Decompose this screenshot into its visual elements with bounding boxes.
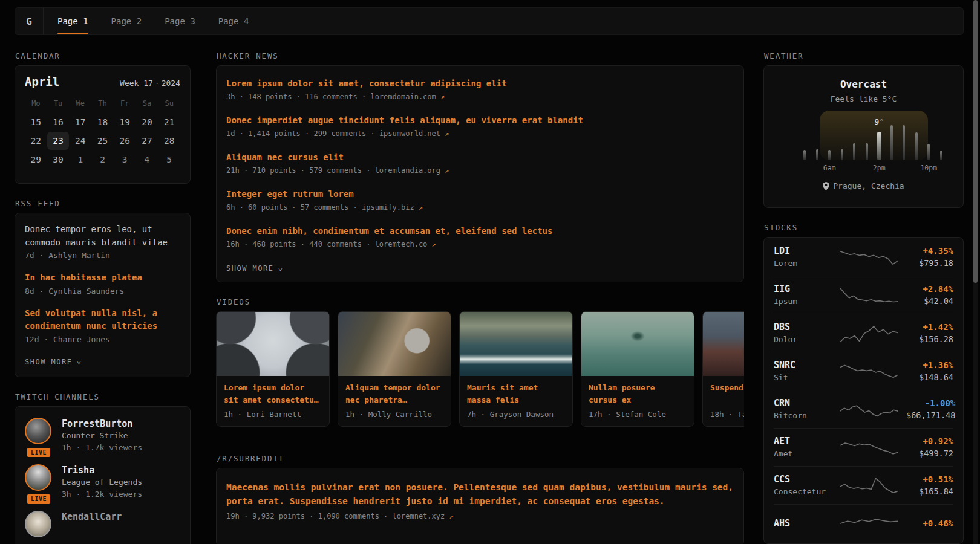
calendar-day[interactable]: 29	[25, 151, 47, 169]
scrollbar-thumb[interactable]	[973, 0, 978, 283]
calendar-day[interactable]: 26	[114, 132, 136, 150]
calendar-day[interactable]: 20	[136, 113, 158, 131]
stock-row-crn[interactable]: CRNBitcorn-1.00%$66,171.48	[774, 390, 953, 428]
calendar-day[interactable]: 16	[47, 113, 70, 131]
hackernews-item-title-link[interactable]: Donec enim nibh, condimentum et accumsan…	[226, 225, 734, 237]
hackernews-item-domain-link[interactable]: ipsumify.biz	[362, 203, 419, 212]
tab-label: Page 1	[57, 16, 88, 26]
video-card[interactable]: Suspendisse diam18h · Tara	[702, 311, 744, 427]
stock-ticker-block: CCSConsectetur	[774, 473, 840, 497]
calendar-day[interactable]: 5	[158, 151, 180, 169]
rss-show-more-button[interactable]: SHOW MORE ⌄	[25, 357, 82, 366]
calendar-day[interactable]: 3	[114, 151, 136, 169]
calendar-day[interactable]: 30	[47, 151, 70, 169]
video-card[interactable]: Lorem ipsum dolor sit amet consectetu…1h…	[216, 311, 330, 427]
video-title-link[interactable]: Aliquam tempor dolor nec pharetra…	[345, 382, 443, 406]
stock-sparkline	[840, 360, 898, 382]
calendar-day[interactable]: 18	[91, 113, 114, 131]
video-card[interactable]: Aliquam tempor dolor nec pharetra…1h · M…	[338, 311, 451, 427]
twitch-channel-name[interactable]: Trisha	[62, 464, 142, 476]
calendar-header: April Week 17·2024	[25, 75, 180, 88]
tab-page-1[interactable]: Page 1	[46, 8, 100, 34]
hackernews-item: Integer eget rutrum lorem6h · 60 points …	[226, 188, 734, 213]
video-title-link[interactable]: Suspendisse diam	[710, 382, 744, 406]
tab-page-2[interactable]: Page 2	[100, 8, 154, 34]
weather-bar-slot	[861, 111, 874, 160]
stock-row-aet[interactable]: AETAmet+0.92%$499.72	[774, 428, 953, 466]
hackernews-item-title-link[interactable]: Aliquam nec cursus elit	[226, 151, 734, 163]
subreddit-post-title-link[interactable]: Maecenas mollis pulvinar erat non posuer…	[226, 481, 734, 508]
stock-name: Dolor	[774, 334, 840, 345]
hackernews-item-domain-link[interactable]: loremlandia.org	[375, 166, 445, 175]
calendar-section-title: CALENDAR	[15, 52, 191, 60]
twitch-channel-row[interactable]: LIVETrishaLeague of Legends3h · 1.2k vie…	[25, 464, 180, 500]
rss-item-title-link[interactable]: In hac habitasse platea	[25, 271, 180, 285]
rss-item-title-link[interactable]: Sed volutpat nulla nisl, a condimentum n…	[25, 307, 180, 333]
calendar-day[interactable]: 24	[69, 132, 91, 150]
stock-sparkline	[840, 436, 898, 458]
stock-ticker-block: IIGIpsum	[774, 283, 840, 307]
hackernews-item-domain-link[interactable]: ipsumworld.net	[379, 129, 445, 138]
calendar-weekday-label: Tu	[47, 97, 70, 112]
calendar-day[interactable]: 1	[69, 151, 91, 169]
stock-ticker-block: AHS	[774, 517, 840, 529]
video-card-body: Mauris sit amet massa felis7h · Grayson …	[460, 376, 572, 426]
calendar-day[interactable]: 22	[25, 132, 47, 150]
location-pin-icon	[823, 182, 829, 190]
stock-row-dbs[interactable]: DBSDolor+1.42%$156.28	[774, 314, 953, 352]
twitch-channel-name[interactable]: KendallCarr	[62, 511, 122, 523]
video-card[interactable]: Mauris sit amet massa felis7h · Grayson …	[459, 311, 573, 427]
stocks-section-title: STOCKS	[764, 224, 964, 232]
stock-change-percent: +1.36%	[906, 359, 953, 371]
twitch-channel-row[interactable]: LIVEForrestBurtonCounter-Strike1h · 1.7k…	[25, 418, 180, 454]
hackernews-show-more-button[interactable]: SHOW MORE ⌄	[226, 264, 284, 273]
hackernews-item-title-link[interactable]: Lorem ipsum dolor sit amet, consectetur …	[226, 77, 734, 89]
twitch-channel-row[interactable]: KendallCarr	[25, 511, 180, 537]
weather-bar	[841, 149, 843, 160]
stock-values-block: +0.46%	[906, 517, 953, 529]
stock-row-ccs[interactable]: CCSConsectetur+0.51%$165.84	[774, 466, 953, 504]
video-title-link[interactable]: Lorem ipsum dolor sit amet consectetu…	[224, 382, 322, 406]
calendar-weekday-label: Mo	[25, 97, 47, 112]
calendar-year: 2024	[162, 79, 180, 88]
twitch-channel-game: League of Legends	[62, 476, 142, 488]
stock-row-ldi[interactable]: LDILorem+4.35%$795.18	[774, 238, 953, 276]
calendar-day[interactable]: 25	[91, 132, 114, 150]
hackernews-item: Donec enim nibh, condimentum et accumsan…	[226, 225, 734, 250]
calendar-day[interactable]: 2	[91, 151, 114, 169]
hackernews-item-domain-link[interactable]: loremtech.co	[375, 240, 432, 248]
hackernews-item-domain-link[interactable]: loremdomain.com	[370, 92, 440, 101]
stock-name: Bitcorn	[774, 410, 840, 421]
twitch-channel-name[interactable]: ForrestBurton	[62, 418, 142, 430]
rss-item-title-link[interactable]: Donec tempor eros leo, ut commodo mauris…	[25, 223, 180, 249]
hackernews-item-title-link[interactable]: Integer eget rutrum lorem	[226, 188, 734, 200]
calendar-day[interactable]: 28	[158, 132, 180, 150]
hackernews-item-meta-text: 3h · 148 points · 116 comments ·	[226, 92, 370, 101]
live-badge: LIVE	[26, 447, 51, 458]
stock-row-iig[interactable]: IIGIpsum+2.84%$42.04	[774, 276, 953, 314]
weather-bar	[915, 132, 918, 160]
tab-page-4[interactable]: Page 4	[207, 8, 261, 34]
video-title-link[interactable]: Nullam posuere cursus ex	[589, 382, 687, 406]
stock-ticker: AHS	[774, 517, 840, 529]
calendar-day[interactable]: 4	[136, 151, 158, 169]
calendar-day[interactable]: 19	[114, 113, 136, 131]
tab-page-3[interactable]: Page 3	[153, 8, 207, 34]
calendar-day[interactable]: 21	[158, 113, 180, 131]
stock-row-ahs[interactable]: AHS+0.46%	[774, 504, 953, 542]
calendar-day-selected[interactable]: 23	[47, 132, 70, 150]
video-card[interactable]: Nullam posuere cursus ex17h · Stefan Col…	[581, 311, 694, 427]
rss-card: Donec tempor eros leo, ut commodo mauris…	[15, 213, 191, 377]
calendar-day[interactable]: 17	[69, 113, 91, 131]
twitch-channel-meta: 3h · 1.2k viewers	[62, 488, 142, 500]
hackernews-item-title-link[interactable]: Donec imperdiet augue tincidunt felis al…	[226, 114, 734, 126]
subreddit-post-domain-link[interactable]: loremnet.xyz	[393, 512, 449, 520]
calendar-day[interactable]: 15	[25, 113, 47, 131]
twitch-avatar-wrap: LIVE	[25, 418, 53, 454]
stock-row-snrc[interactable]: SNRCSit+1.36%$148.64	[774, 352, 953, 390]
app-logo[interactable]: G	[15, 8, 44, 34]
calendar-day[interactable]: 27	[136, 132, 158, 150]
video-meta: 1h · Molly Carrillo	[345, 410, 443, 419]
subreddit-post-meta: 19h · 9,932 points · 1,090 comments · lo…	[226, 511, 734, 522]
video-title-link[interactable]: Mauris sit amet massa felis	[467, 382, 565, 406]
